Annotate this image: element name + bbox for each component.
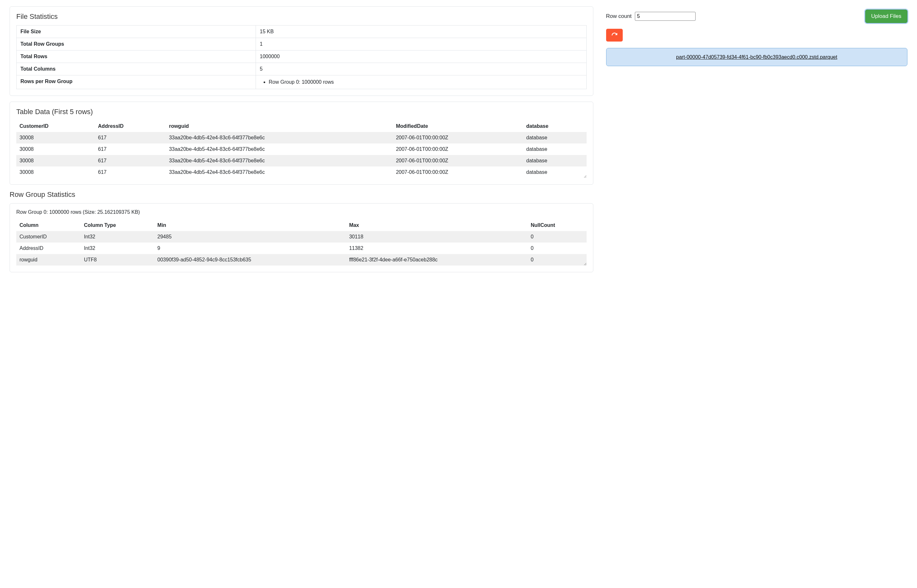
table-cell: UTF8 bbox=[81, 254, 154, 266]
table-row: 30008 617 33aa20be-4db5-42e4-83c6-64f377… bbox=[16, 166, 587, 178]
table-data-table: CustomerID AddressID rowguid ModifiedDat… bbox=[16, 121, 587, 178]
row-group-stats-title: Row Group Statistics bbox=[10, 191, 593, 199]
file-stat-label: Total Rows bbox=[17, 50, 256, 63]
table-row: CustomerID Int32 29485 30118 0 bbox=[16, 231, 587, 242]
file-statistics-title: File Statistics bbox=[16, 13, 587, 21]
table-row: 30008 617 33aa20be-4db5-42e4-83c6-64f377… bbox=[16, 155, 587, 166]
table-cell: 0 bbox=[528, 254, 587, 266]
file-link[interactable]: part-00000-47d05739-fd34-4f61-bc90-fb0c3… bbox=[676, 54, 837, 60]
table-cell: 30118 bbox=[346, 231, 528, 242]
table-header: CustomerID bbox=[16, 121, 95, 132]
row-count-input[interactable] bbox=[635, 12, 696, 21]
redo-icon bbox=[612, 32, 617, 39]
file-stat-row-groups-cell: Row Group 0: 1000000 rows bbox=[256, 76, 586, 89]
table-cell: AddressID bbox=[16, 242, 81, 254]
table-cell: 33aa20be-4db5-42e4-83c6-64f377be8e6c bbox=[166, 144, 393, 155]
table-header: AddressID bbox=[95, 121, 166, 132]
table-row: rowguid UTF8 00390f39-ad50-4852-94c9-8cc… bbox=[16, 254, 587, 266]
table-cell: database bbox=[523, 155, 587, 166]
table-row: 30008 617 33aa20be-4db5-42e4-83c6-64f377… bbox=[16, 144, 587, 155]
table-data-title: Table Data (First 5 rows) bbox=[16, 108, 587, 116]
table-cell: 30008 bbox=[16, 132, 95, 144]
file-stat-label: Total Row Groups bbox=[17, 38, 256, 50]
table-cell: 30008 bbox=[16, 144, 95, 155]
file-stat-label: Total Columns bbox=[17, 63, 256, 76]
file-stat-label: File Size bbox=[17, 26, 256, 38]
upload-files-button[interactable]: Upload Files bbox=[865, 10, 908, 23]
table-cell: database bbox=[523, 166, 587, 178]
table-cell: 0 bbox=[528, 231, 587, 242]
row-group-stats-table: Column Column Type Min Max NullCount Cus… bbox=[16, 220, 587, 266]
file-stat-value: 1 bbox=[256, 38, 586, 50]
table-cell: rowguid bbox=[16, 254, 81, 266]
table-header: Min bbox=[154, 220, 346, 231]
table-cell: 2007-06-01T00:00:00Z bbox=[393, 166, 523, 178]
file-statistics-table: File Size 15 KB Total Row Groups 1 Total… bbox=[16, 25, 587, 89]
table-cell: CustomerID bbox=[16, 231, 81, 242]
table-cell: 29485 bbox=[154, 231, 346, 242]
table-row: AddressID Int32 9 11382 0 bbox=[16, 242, 587, 254]
table-data-scroll[interactable]: CustomerID AddressID rowguid ModifiedDat… bbox=[16, 121, 587, 178]
table-row: 30008 617 33aa20be-4db5-42e4-83c6-64f377… bbox=[16, 132, 587, 144]
table-cell: 0 bbox=[528, 242, 587, 254]
table-header: Column bbox=[16, 220, 81, 231]
table-cell: Int32 bbox=[81, 231, 154, 242]
row-count-label: Row count bbox=[606, 13, 632, 19]
table-cell: Int32 bbox=[81, 242, 154, 254]
row-group-header-text: Row Group 0: 1000000 rows (Size: 25.1621… bbox=[16, 209, 587, 215]
table-cell: 30008 bbox=[16, 155, 95, 166]
file-stat-value: 1000000 bbox=[256, 50, 586, 63]
file-stat-value: 15 KB bbox=[256, 26, 586, 38]
table-cell: 2007-06-01T00:00:00Z bbox=[393, 144, 523, 155]
row-group-item: Row Group 0: 1000000 rows bbox=[269, 79, 582, 85]
table-cell: fff86e21-3f2f-4dee-a66f-e750aceb288c bbox=[346, 254, 528, 266]
table-header: Max bbox=[346, 220, 528, 231]
row-group-stats-scroll[interactable]: Column Column Type Min Max NullCount Cus… bbox=[16, 220, 587, 266]
table-cell: 33aa20be-4db5-42e4-83c6-64f377be8e6c bbox=[166, 166, 393, 178]
table-cell: 33aa20be-4db5-42e4-83c6-64f377be8e6c bbox=[166, 155, 393, 166]
table-cell: 33aa20be-4db5-42e4-83c6-64f377be8e6c bbox=[166, 132, 393, 144]
file-alert: part-00000-47d05739-fd34-4f61-bc90-fb0c3… bbox=[606, 48, 908, 66]
table-cell: 30008 bbox=[16, 166, 95, 178]
table-cell: database bbox=[523, 144, 587, 155]
file-stat-value: 5 bbox=[256, 63, 586, 76]
table-cell: 9 bbox=[154, 242, 346, 254]
table-header: NullCount bbox=[528, 220, 587, 231]
file-stat-label: Rows per Row Group bbox=[17, 76, 256, 89]
table-cell: 2007-06-01T00:00:00Z bbox=[393, 132, 523, 144]
row-group-stats-card: Row Group 0: 1000000 rows (Size: 25.1621… bbox=[10, 203, 593, 272]
table-cell: 00390f39-ad50-4852-94c9-8cc153fcb635 bbox=[154, 254, 346, 266]
table-header: ModifiedDate bbox=[393, 121, 523, 132]
table-cell: 11382 bbox=[346, 242, 528, 254]
table-header: rowguid bbox=[166, 121, 393, 132]
redo-button[interactable] bbox=[606, 29, 623, 42]
table-cell: 617 bbox=[95, 166, 166, 178]
table-cell: 617 bbox=[95, 132, 166, 144]
table-header: Column Type bbox=[81, 220, 154, 231]
table-cell: database bbox=[523, 132, 587, 144]
file-statistics-card: File Statistics File Size 15 KB Total Ro… bbox=[10, 6, 593, 96]
table-cell: 617 bbox=[95, 144, 166, 155]
table-data-card: Table Data (First 5 rows) CustomerID Add… bbox=[10, 102, 593, 185]
table-cell: 617 bbox=[95, 155, 166, 166]
table-cell: 2007-06-01T00:00:00Z bbox=[393, 155, 523, 166]
table-header: database bbox=[523, 121, 587, 132]
